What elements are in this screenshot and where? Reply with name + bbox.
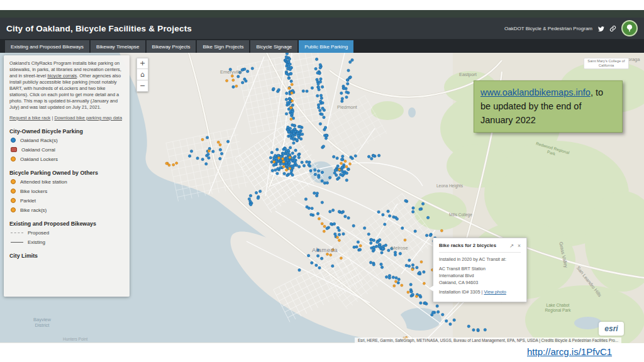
tab-bar: Existing and Proposed Bikeways Bikeway T… xyxy=(0,39,644,53)
legend-item-attended-bike-station: Attended bike station xyxy=(11,179,124,185)
legend-label: Oakland Rack(s) xyxy=(20,138,58,143)
orange-dot-icon xyxy=(11,207,16,212)
annotation-callout: www.oaklandbikemaps.info, to be updated … xyxy=(474,80,623,133)
legend-item-proposed: Proposed xyxy=(11,230,124,236)
tab-bicycle-signage[interactable]: Bicycle Signage xyxy=(250,40,297,53)
corral-icon xyxy=(11,147,17,152)
oaklandbikemaps-link[interactable]: www.oaklandbikemaps.info xyxy=(480,87,591,97)
orange-dot-icon xyxy=(11,156,16,162)
section-others-heading: Bicycle Parking Owned by Others xyxy=(9,170,124,176)
map-attribution: Esri, HERE, Garmin, SafeGraph, METI/NASA… xyxy=(355,337,621,343)
slide: City of Oakland, Bicycle Facilities & Pr… xyxy=(0,0,644,362)
request-bike-rack-link[interactable]: Request a bike rack xyxy=(9,115,50,121)
map-label-melrose: Melrose xyxy=(391,245,408,251)
program-description: Oakland's CityRacks Program installs bik… xyxy=(9,60,124,111)
sidebar-links: Request a bike rack | Download bike park… xyxy=(9,115,124,121)
popup-title: Bike racks for 2 bicycles xyxy=(439,243,500,248)
zoom-controls: + ⌂ − xyxy=(136,58,148,92)
legend-label: Bike rack(s) xyxy=(20,207,47,213)
popup-install-id: Installation ID# 3305 | xyxy=(439,289,482,295)
popup-address-line: AC Transit BRT Station xyxy=(439,266,521,272)
legend-label: Oakland Lockers xyxy=(20,156,58,162)
tab-bikeway-projects[interactable]: Bikeway Projects xyxy=(147,40,196,53)
feature-popup: Bike racks for 2 bicycles ↗ × Installed … xyxy=(433,238,527,302)
home-button[interactable]: ⌂ xyxy=(136,69,148,80)
map-label-eastport: Eastport xyxy=(459,72,477,77)
legend-item-oakland-corral: Oakland Corral xyxy=(11,147,124,153)
links-separator: | xyxy=(52,115,53,121)
legend-item-bike-lockers: Bike lockers xyxy=(11,189,124,194)
tab-bikeway-timelapse[interactable]: Bikeway Timelapse xyxy=(91,40,145,53)
popup-installed-line: Installed in 2020 by AC Transit at: xyxy=(439,256,521,262)
legend-label: Attended bike station xyxy=(20,179,67,185)
map-label-leona-heights: Leona Heights xyxy=(436,184,463,188)
twitter-icon[interactable] xyxy=(597,25,604,32)
legend-item-existing: Existing xyxy=(11,239,124,245)
legend-panel: Oakland's CityRacks Program installs bik… xyxy=(4,55,130,297)
existing-line-icon xyxy=(11,242,23,243)
popup-expand-icon[interactable]: ↗ xyxy=(509,243,514,249)
download-map-data-link[interactable]: Download bike parking map data xyxy=(54,115,122,121)
map-label-piedmont: Piedmont xyxy=(337,104,357,110)
tab-public-bike-parking[interactable]: Public Bike Parking xyxy=(299,40,353,53)
popup-actions: ↗ × xyxy=(509,243,521,249)
legend-label: Oakland Corral xyxy=(21,147,55,153)
section-city-limits-heading: City Limits xyxy=(9,253,124,259)
legend-label: Bike lockers xyxy=(20,189,47,194)
map-label-emeryville: Emeryville xyxy=(220,69,242,75)
header-top-strip xyxy=(0,10,644,18)
blue-dot-icon xyxy=(11,138,16,143)
arcgis-short-link[interactable]: http://arcg.is/1PfvC1 xyxy=(527,346,612,357)
map-label-alameda: Alameda xyxy=(312,246,338,253)
program-label: OakDOT Bicycle & Pedestrian Program xyxy=(504,26,592,31)
popup-id-line: Installation ID# 3305 | View photo xyxy=(439,289,521,295)
app-title: City of Oakland, Bicycle Facilities & Pr… xyxy=(6,24,192,33)
popup-divider xyxy=(439,252,521,253)
map-label-mills-college: Mills College xyxy=(449,212,472,217)
proposed-line-icon xyxy=(11,233,23,233)
share-link-icon[interactable] xyxy=(609,25,616,32)
popup-address-line: International Blvd xyxy=(439,273,521,278)
popup-header: Bike racks for 2 bicycles ↗ × xyxy=(439,243,521,249)
map-label-hunters-point: Hunters Point xyxy=(63,337,87,341)
map-label-saint-marys: Saint Mary's College of California xyxy=(584,58,629,69)
bicycle-corrals-link[interactable]: bicycle corrals xyxy=(47,73,77,79)
tab-bike-sign-projects[interactable]: Bike Sign Projects xyxy=(197,40,249,53)
legend-label: Proposed xyxy=(28,230,49,236)
orange-dot-icon xyxy=(11,198,16,203)
legend-label: Existing xyxy=(28,239,45,245)
map-label-bayview-district: Bayview District xyxy=(28,317,57,329)
legend-item-oakland-racks: Oakland Rack(s) xyxy=(11,138,124,143)
orange-dot-icon xyxy=(11,189,16,194)
legend-item-bike-racks: Bike rack(s) xyxy=(11,207,124,213)
oakdot-logo[interactable] xyxy=(621,20,638,36)
zoom-out-button[interactable]: − xyxy=(136,80,148,92)
popup-address-line: Oakland, CA 94603 xyxy=(439,280,521,285)
legend-item-oakland-lockers: Oakland Lockers xyxy=(11,156,124,162)
legend-item-parklet: Parklet xyxy=(11,198,124,204)
tab-existing-and-proposed-bikeways[interactable]: Existing and Proposed Bikeways xyxy=(5,40,89,53)
section-bikeways-heading: Existing and Proposed Bikeways xyxy=(9,221,124,227)
app-header: City of Oakland, Bicycle Facilities & Pr… xyxy=(0,18,644,39)
popup-close-icon[interactable]: × xyxy=(518,243,521,249)
view-photo-link[interactable]: View photo xyxy=(484,289,506,295)
header-right: OakDOT Bicycle & Pedestrian Program xyxy=(504,20,638,36)
esri-logo[interactable]: esri xyxy=(599,322,624,336)
zoom-in-button[interactable]: + xyxy=(136,58,148,69)
popup-address-block: AC Transit BRT Station International Blv… xyxy=(439,266,521,285)
map-label-lake-chabot-park: Lake Chabot Regional Park xyxy=(540,303,576,313)
section-city-owned-heading: City-Owned Bicycle Parking xyxy=(9,128,124,134)
legend-label: Parklet xyxy=(20,198,36,204)
orange-dot-icon xyxy=(11,179,16,184)
